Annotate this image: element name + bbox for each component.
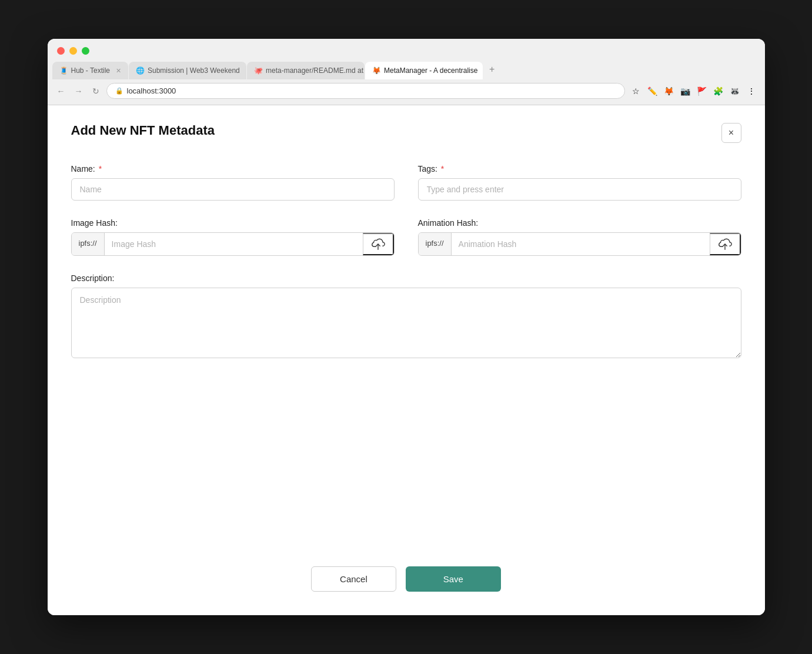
tab-readme-icon: 🐙 [254, 66, 262, 75]
refresh-button[interactable]: ↻ [90, 85, 102, 97]
name-required: * [99, 164, 102, 173]
animation-upload-button[interactable] [710, 233, 741, 255]
bookmark-icon[interactable]: ☆ [630, 85, 643, 98]
tab-metamanager-label: MetaManager - A decentralise [384, 66, 477, 75]
save-button[interactable]: Save [406, 566, 501, 592]
tab-submission-close[interactable]: ✕ [246, 67, 246, 75]
animation-hash-label: Animation Hash: [418, 218, 741, 228]
maximize-traffic-light[interactable] [82, 47, 89, 55]
tab-bar: 🧵 Hub - Textile ✕ 🌐 Submission | Web3 We… [48, 59, 765, 79]
animation-hash-wrapper: ipfs:// [418, 232, 741, 256]
name-group: Name: * [71, 164, 395, 201]
description-textarea[interactable] [71, 288, 741, 358]
name-tags-row: Name: * Tags: * [71, 164, 741, 201]
cancel-button[interactable]: Cancel [311, 566, 396, 592]
close-button[interactable]: × [721, 123, 741, 143]
back-button[interactable]: ← [55, 85, 68, 97]
forward-button[interactable]: → [72, 85, 85, 97]
tab-metamanager[interactable]: 🦊 MetaManager - A decentralise ✕ [365, 62, 483, 79]
url-text: localhost:3000 [127, 86, 176, 95]
image-hash-input[interactable] [105, 233, 363, 255]
url-bar[interactable]: 🔒 localhost:3000 [106, 83, 625, 99]
extension-flag-icon[interactable]: 🚩 [696, 85, 709, 98]
name-label: Name: * [71, 164, 395, 173]
tags-group: Tags: * [418, 164, 741, 201]
tab-submission-icon: 🌐 [136, 66, 144, 75]
tab-readme[interactable]: 🐙 meta-manager/README.md at ✕ [247, 62, 365, 79]
toolbar-icons: ☆ ✏️ 🦊 📷 🚩 🧩 🦝 ⋮ [630, 85, 758, 98]
browser-chrome: 🧵 Hub - Textile ✕ 🌐 Submission | Web3 We… [48, 39, 765, 105]
description-row: Description: [71, 273, 741, 358]
image-hash-wrapper: ipfs:// [71, 232, 395, 256]
close-traffic-light[interactable] [57, 47, 65, 55]
cloud-upload-icon [370, 238, 386, 251]
tab-readme-label: meta-manager/README.md at [266, 66, 363, 75]
tab-hub-textile[interactable]: 🧵 Hub - Textile ✕ [52, 62, 128, 79]
tab-submission[interactable]: 🌐 Submission | Web3 Weekend ✕ [129, 62, 246, 79]
tab-submission-label: Submission | Web3 Weekend [148, 66, 240, 75]
menu-icon[interactable]: ⋮ [745, 85, 758, 98]
tab-hub-close[interactable]: ✕ [116, 67, 121, 75]
traffic-lights [48, 39, 765, 59]
tags-label: Tags: * [418, 164, 741, 173]
address-bar: ← → ↻ 🔒 localhost:3000 ☆ ✏️ 🦊 📷 🚩 🧩 🦝 ⋮ [48, 79, 765, 105]
page-title: Add New NFT Metadata [71, 123, 215, 138]
image-hash-label: Image Hash: [71, 218, 395, 228]
tags-required: * [441, 164, 444, 173]
minimize-traffic-light[interactable] [69, 47, 77, 55]
animation-hash-prefix: ipfs:// [419, 233, 452, 255]
new-tab-button[interactable]: + [483, 59, 500, 79]
image-hash-group: Image Hash: ipfs:// [71, 218, 395, 256]
tab-hub-label: Hub - Textile [71, 66, 110, 75]
browser-window: 🧵 Hub - Textile ✕ 🌐 Submission | Web3 We… [48, 39, 765, 615]
extension-pencil-icon[interactable]: ✏️ [646, 85, 659, 98]
extension-camera-icon[interactable]: 📷 [679, 85, 692, 98]
description-label: Description: [71, 273, 741, 283]
lock-icon: 🔒 [115, 87, 123, 95]
image-upload-button[interactable] [363, 233, 394, 255]
extension-fox-icon[interactable]: 🦊 [663, 85, 676, 98]
image-hash-prefix: ipfs:// [72, 233, 105, 255]
description-group: Description: [71, 273, 741, 358]
tab-hub-icon: 🧵 [59, 66, 68, 75]
tags-input[interactable] [418, 178, 741, 201]
cloud-upload-icon-2 [717, 238, 733, 251]
page-content: Add New NFT Metadata × Name: * Tags: * [48, 105, 765, 615]
tab-metamanager-icon: 🦊 [372, 66, 380, 75]
extension-puzzle-icon[interactable]: 🧩 [712, 85, 725, 98]
page-header: Add New NFT Metadata × [71, 123, 741, 143]
extension-extra-icon[interactable]: 🦝 [729, 85, 741, 98]
hashes-row: Image Hash: ipfs:// Animation Hash: [71, 218, 741, 256]
close-icon: × [729, 128, 734, 138]
animation-hash-input[interactable] [452, 233, 710, 255]
form-footer: Cancel Save [71, 531, 741, 598]
animation-hash-group: Animation Hash: ipfs:// [418, 218, 741, 256]
name-input[interactable] [71, 178, 395, 201]
